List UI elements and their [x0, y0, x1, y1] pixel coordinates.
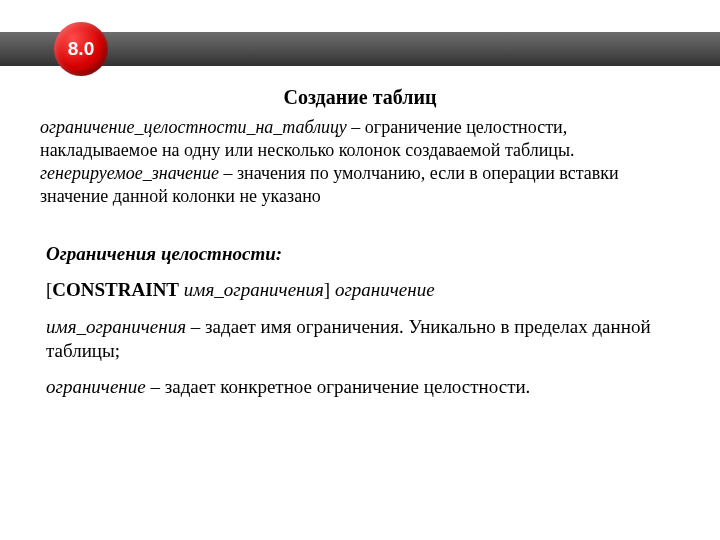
definition-name: имя_ограничения – задает имя ограничения… [46, 315, 674, 364]
subject-label: SQL [130, 14, 164, 32]
slide: 8.0 SQL Создание таблиц ограничение_цело… [0, 0, 720, 540]
term-table-constraint: ограничение_целостности_на_таблицу [40, 117, 347, 137]
bracket-close: ] [324, 279, 335, 300]
syntax-line: [CONSTRAINT имя_ограничения] ограничение [46, 278, 674, 302]
arg-constraint: ограничение [335, 279, 435, 300]
header-bar [0, 32, 720, 66]
page-title: Создание таблиц [0, 86, 720, 109]
keyword-constraint: CONSTRAINT [52, 279, 179, 300]
term-constraint-desc: – задает конкретное ограничение целостно… [146, 376, 531, 397]
term-constraint-name: имя_ограничения [46, 316, 186, 337]
version-badge: 8.0 [54, 22, 108, 76]
intro-block: ограничение_целостности_на_таблицу – огр… [40, 116, 680, 208]
term-constraint: ограничение [46, 376, 146, 397]
version-text: 8.0 [68, 38, 94, 60]
constraints-block: Ограничения целостности: [CONSTRAINT имя… [46, 242, 674, 412]
definition-constraint: ограничение – задает конкретное ограниче… [46, 375, 674, 399]
arg-constraint-name: имя_ограничения [184, 279, 324, 300]
term-generated-value: генерируемое_значение [40, 163, 219, 183]
section-heading: Ограничения целостности: [46, 242, 674, 266]
